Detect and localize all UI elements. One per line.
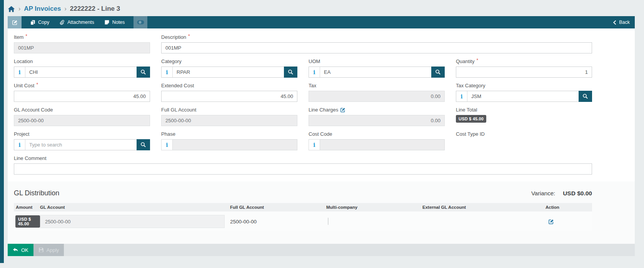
row-edit-button[interactable] [546, 219, 592, 225]
extended-cost-input[interactable] [161, 91, 297, 102]
required-mark: * [476, 58, 478, 63]
gl-distribution-section: GL Distribution Variance: USD $0.00 Amou… [8, 181, 635, 244]
line-charges-edit-icon[interactable] [340, 107, 345, 113]
field-tax-category: Tax Category i [456, 82, 592, 102]
line-comment-label: Line Comment [14, 155, 47, 161]
ok-button[interactable]: OK [8, 244, 33, 256]
gl-distribution-title: GL Distribution [14, 189, 59, 197]
project-search-button[interactable] [137, 139, 150, 150]
chevron-left-icon [613, 20, 616, 25]
edit-icon [12, 20, 18, 25]
table-row: USD $ 45.00 2500-00-00 [14, 211, 592, 231]
location-label: Location [14, 58, 33, 64]
field-uom: UOM i [309, 58, 445, 78]
project-label: Project [14, 131, 29, 137]
col-full-gl-account: Full GL Account [230, 205, 326, 210]
field-tax: Tax [309, 82, 445, 102]
search-icon [288, 69, 294, 75]
toolbar: Copy Attachments Notes Back [8, 16, 635, 28]
line-comment-input[interactable] [14, 163, 592, 175]
line-detail-card: Item* Description* Location i [8, 28, 635, 244]
tax-category-search-button[interactable] [579, 91, 592, 102]
search-icon [435, 69, 441, 75]
breadcrumb-separator: › [18, 6, 20, 12]
field-unit-cost: Unit Cost* [14, 82, 150, 102]
line-charges-input [309, 115, 445, 126]
copy-button[interactable]: Copy [25, 16, 54, 28]
breadcrumb-separator: › [64, 6, 66, 12]
field-category: Category i [161, 58, 297, 78]
full-gl-account-input [161, 115, 297, 126]
col-gl-account: GL Account [40, 205, 230, 210]
back-label: Back [619, 20, 630, 25]
category-search-button[interactable] [284, 67, 297, 78]
search-icon [140, 69, 146, 75]
info-icon: i [14, 140, 25, 150]
row-amount-badge: USD $ 45.00 [15, 215, 40, 228]
breadcrumb: › AP Invoices › 2222222 - Line 3 [4, 0, 644, 16]
line-form: Item* Description* Location i [8, 28, 635, 176]
search-icon [582, 93, 588, 99]
required-mark: * [36, 82, 38, 87]
project-input[interactable] [25, 140, 137, 150]
line-total-badge: USD $ 45.00 [456, 115, 486, 123]
description-label: Description [161, 34, 186, 40]
gl-table-header: Amount GL Account Full GL Account Multi-… [14, 203, 592, 211]
description-input[interactable] [161, 42, 592, 53]
col-multi-company: Multi-company [326, 205, 422, 210]
info-icon: i [456, 91, 467, 102]
col-external-gl-account: External GL Account [422, 205, 546, 210]
tax-label: Tax [309, 83, 316, 88]
apply-button[interactable]: Apply [33, 244, 64, 256]
cost-type-id-label: Cost Type ID [456, 131, 485, 137]
field-gl-account-code: GL Account Code [14, 107, 150, 126]
category-input[interactable] [173, 67, 284, 77]
uom-search-button[interactable] [431, 67, 445, 78]
attachments-label: Attachments [67, 20, 94, 25]
variance-value: USD $0.00 [563, 190, 592, 197]
search-icon [140, 142, 146, 148]
note-icon [104, 20, 110, 25]
tax-category-label: Tax Category [456, 83, 486, 88]
field-line-total: Line Total USD $ 45.00 [456, 107, 592, 126]
home-icon[interactable] [8, 6, 15, 12]
required-mark: * [25, 33, 27, 39]
field-extended-cost: Extended Cost [161, 82, 297, 102]
info-icon: i [162, 140, 173, 150]
back-button[interactable]: Back [608, 16, 635, 28]
col-amount: Amount [14, 205, 40, 210]
item-label: Item [14, 34, 23, 40]
reply-arrow-icon [13, 248, 18, 253]
quantity-input[interactable] [456, 67, 592, 78]
gl-account-code-label: GL Account Code [14, 107, 53, 113]
required-mark: * [188, 33, 190, 39]
location-input[interactable] [25, 67, 137, 77]
toggle-button[interactable] [133, 16, 147, 28]
info-icon: i [162, 67, 173, 77]
tax-category-input[interactable] [467, 91, 579, 102]
breadcrumb-link-ap-invoices[interactable]: AP Invoices [24, 5, 61, 13]
field-quantity: Quantity* [456, 58, 592, 78]
info-icon: i [14, 67, 25, 77]
phase-input [173, 140, 297, 150]
save-icon [38, 247, 44, 253]
uom-input[interactable] [320, 67, 431, 77]
field-item: Item* [14, 34, 150, 53]
full-gl-account-label: Full GL Account [161, 107, 196, 113]
quantity-label: Quantity [456, 58, 474, 64]
field-description: Description* [161, 34, 592, 53]
location-search-button[interactable] [137, 67, 150, 78]
field-project: Project i [14, 131, 150, 150]
notes-button[interactable]: Notes [99, 16, 130, 28]
field-cost-code: Cost Code i [309, 131, 445, 150]
copy-icon [30, 20, 35, 25]
attachments-button[interactable]: Attachments [54, 16, 99, 28]
col-action: Action [546, 205, 592, 210]
edit-button[interactable] [8, 16, 22, 28]
unit-cost-input[interactable] [14, 91, 150, 102]
copy-label: Copy [38, 20, 49, 25]
field-full-gl-account: Full GL Account [161, 107, 297, 126]
gl-account-code-input [14, 115, 150, 126]
cost-code-input [320, 140, 444, 150]
multi-company-checkbox[interactable] [328, 218, 329, 225]
